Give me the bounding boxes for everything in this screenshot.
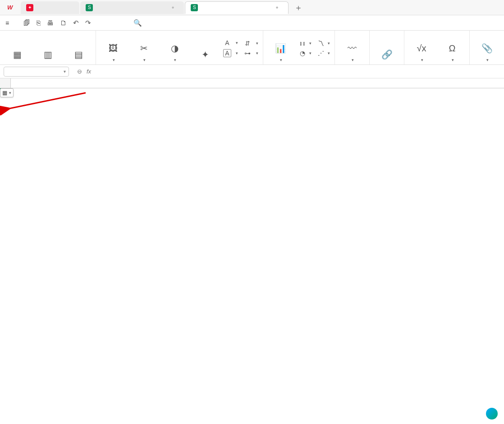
sheet-icon: S [86,4,93,11]
textbox-icon: A [223,49,231,57]
wordart-icon: A [223,39,231,46]
shapes-icon: ◑ [171,42,179,55]
tab-product[interactable]: S • [185,1,289,14]
redo-icon[interactable]: ↷ [85,19,91,27]
ribbon-insert: ▦ ▥ ▤ 🖼▾ ✂▾ ◑▾ ✦ A▾ A▾ ⇵▾ ⊶▾ 📊▾ ⫾⫾▾ ◔▾ 〽… [0,31,504,65]
formula-button[interactable]: √x▾ [409,42,434,63]
svg-line-0 [9,93,86,109]
screenshot-icon: ✂ [140,42,148,55]
print-icon[interactable]: 🖶 [47,19,54,27]
table-button[interactable]: ▤ [66,48,91,63]
picture-icon: 🖼 [109,42,118,55]
annotation-arrow [0,88,90,115]
symbol-button[interactable]: Ω▾ [440,42,465,63]
sheet-icon: S [191,4,198,11]
paperclip-icon: 📎 [481,42,493,55]
scatter-chart-button[interactable]: ⋰▾ [317,50,330,57]
tab-modified-dot-icon: • [276,4,279,12]
formula-bar: ▾ ⊖ fx [0,65,504,78]
column-headers [0,78,504,88]
line-chart-icon: 〽 [317,40,325,47]
all-charts-button[interactable]: 📊▾ [268,42,293,63]
template-icon: ✦ [26,4,33,11]
save-icon[interactable]: 🗐 [23,19,30,27]
hyperlink-button[interactable]: 🔗 [374,48,399,63]
fx-icon[interactable]: fx [87,68,91,75]
pivot-chart-icon: ▥ [44,48,52,61]
pivot-chart-button[interactable]: ▥ [35,48,60,63]
export-icon[interactable]: ⎘ [37,19,41,27]
wps-logo-icon: W [7,4,13,11]
pie-chart-button[interactable]: ◔▾ [298,50,312,57]
shapes-button[interactable]: ◑▾ [162,42,187,63]
tab-templates[interactable]: ✦ [21,1,79,14]
attach-button[interactable]: 📎▾ [474,42,499,63]
bar-chart-icon: ⫾⫾ [298,40,307,47]
picture-button[interactable]: 🖼▾ [101,42,126,63]
name-box[interactable]: ▾ [4,67,69,77]
chart-icon: 📊 [275,42,286,55]
flowchart-icon: ⇵ [243,40,252,47]
sparkline-button[interactable]: 〰▾ [339,42,365,63]
formula-icon: √x [417,42,426,55]
paste-options-icon: ▦ [2,90,7,96]
watermark [486,408,499,419]
select-all-corner[interactable] [0,78,11,88]
spreadsheet-grid[interactable]: ▦▾ [0,78,504,88]
quick-access-toolbar: 🗐 ⎘ 🖶 🗋 ↶ ↷ [19,19,96,27]
table-icon: ▤ [74,48,83,61]
search-icon[interactable]: 🔍 [133,19,142,27]
print-preview-icon[interactable]: 🗋 [60,19,67,27]
textbox-button[interactable]: A▾ [223,49,238,57]
icons-icon: ✦ [202,48,209,61]
pivot-table-button[interactable]: ▦ [5,48,30,63]
line-chart-button[interactable]: 〽▾ [317,40,330,47]
scatter-chart-icon: ⋰ [317,50,325,57]
tab-modified-dot-icon: • [172,4,174,12]
cancel-formula-icon[interactable]: ⊖ [77,68,82,75]
new-tab-button[interactable]: ＋ [292,2,305,13]
watermark-logo-icon [486,408,498,419]
sparkline-icon: 〰 [348,42,357,55]
undo-icon[interactable]: ↶ [73,19,79,27]
flowchart-button[interactable]: ⇵▾ [243,40,258,47]
mindmap-icon: ⊶ [243,50,252,57]
link-icon: 🔗 [381,48,393,61]
app-title-tab: W [2,1,20,14]
symbol-icon: Ω [449,42,456,55]
paste-options-button[interactable]: ▦▾ [0,88,14,97]
screenshot-button[interactable]: ✂▾ [131,42,156,63]
document-tabs-bar: W ✦ S • S • ＋ [0,0,504,15]
bar-chart-button[interactable]: ⫾⫾▾ [298,40,312,47]
wordart-button[interactable]: A▾ [223,39,238,46]
tab-workbook1[interactable]: S • [80,1,184,14]
chevron-down-icon: ▾ [64,69,66,74]
mindmap-button[interactable]: ⊶▾ [243,50,258,57]
icons-button[interactable]: ✦ [192,48,218,63]
pie-chart-icon: ◔ [298,50,307,57]
hamburger-icon[interactable]: ≡ [3,19,12,27]
pivot-table-icon: ▦ [13,48,22,61]
menu-bar: ≡ 🗐 ⎘ 🖶 🗋 ↶ ↷ 🔍 [0,15,504,31]
